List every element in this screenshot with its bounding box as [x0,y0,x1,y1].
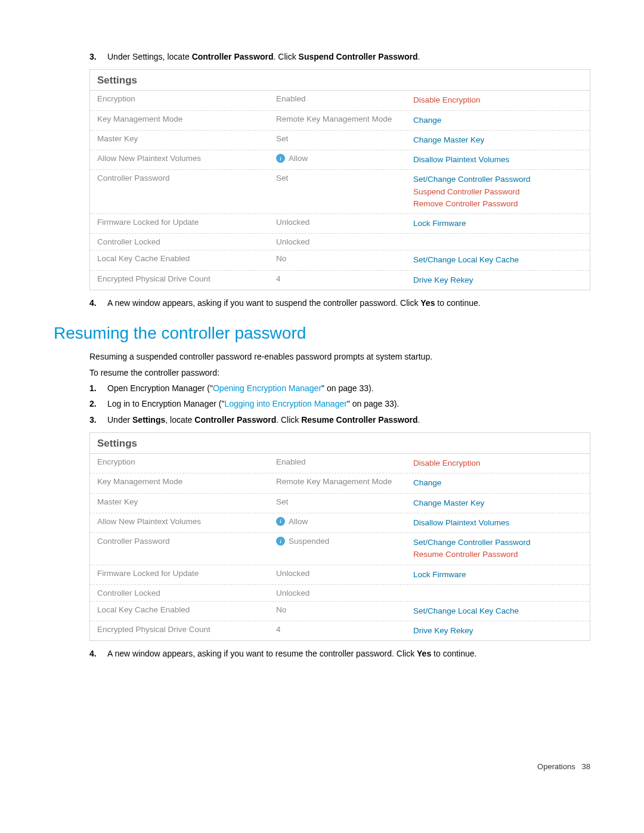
footer-section: Operations [537,762,575,771]
table-row: Allow New Plaintext VolumesiAllowDisallo… [90,513,590,533]
action-link[interactable]: Set/Change Local Key Cache [413,254,583,266]
setting-actions [406,585,590,592]
action-link[interactable]: Suspend Controller Password [413,186,583,198]
setting-actions: Change [406,473,590,493]
table-row: Firmware Locked for UpdateUnlockedLock F… [90,214,590,234]
setting-actions: Lock Firmware [406,214,590,233]
setting-value: Enabled [269,454,406,470]
setting-label: Key Management Mode [90,111,269,127]
action-link[interactable]: Disable Encryption [413,457,583,469]
setting-actions [406,234,590,241]
table-row: Firmware Locked for UpdateUnlockedLock F… [90,565,590,585]
step-b4: 4. A new window appears, asking if you w… [89,647,590,660]
table-row: Encrypted Physical Drive Count4Drive Key… [90,621,590,640]
action-link[interactable]: Disable Encryption [413,94,583,106]
table-row: Controller PasswordSetSet/Change Control… [90,170,590,214]
action-link[interactable]: Drive Key Rekey [413,274,583,286]
setting-value: Set [269,170,406,186]
step-text: Log in to Encryption Manager ("Logging i… [107,397,590,410]
step-text: A new window appears, asking if you want… [107,296,590,309]
action-link[interactable]: Lock Firmware [413,218,583,230]
step-text: Open Encryption Manager ("Opening Encryp… [107,382,590,395]
setting-actions: Lock Firmware [406,565,590,584]
action-link[interactable]: Change Master Key [413,497,583,509]
step-3-top: 3. Under Settings, locate Controller Pas… [89,50,590,63]
action-link[interactable]: Change [413,477,583,489]
action-link[interactable]: Change [413,114,583,126]
setting-actions: Change Master Key [406,494,590,513]
panel-rows: EncryptionEnabledDisable EncryptionKey M… [90,454,590,640]
step-number: 3. [89,413,107,426]
setting-label: Allow New Plaintext Volumes [90,513,269,529]
panel-rows: EncryptionEnabledDisable EncryptionKey M… [90,91,590,290]
setting-actions: Set/Change Local Key Cache [406,602,590,621]
setting-label: Encryption [90,454,269,470]
step-b2: 2. Log in to Encryption Manager ("Loggin… [89,397,590,410]
setting-actions: Set/Change Controller PasswordResume Con… [406,533,590,565]
setting-actions: Change [406,111,590,130]
action-link[interactable]: Drive Key Rekey [413,625,583,637]
action-link[interactable]: Disallow Plaintext Volumes [413,517,583,529]
setting-label: Controller Locked [90,234,269,250]
setting-value: Set [269,494,406,510]
setting-label: Allow New Plaintext Volumes [90,150,269,166]
table-row: EncryptionEnabledDisable Encryption [90,91,590,110]
table-row: Local Key Cache EnabledNoSet/Change Loca… [90,250,590,270]
section-heading: Resuming the controller password [54,324,590,343]
setting-value: 4 [269,271,406,287]
setting-label: Master Key [90,494,269,510]
table-row: Master KeySetChange Master Key [90,131,590,150]
setting-actions: Drive Key Rekey [406,271,590,290]
setting-label: Controller Password [90,170,269,186]
footer-page-number: 38 [582,762,590,771]
table-row: Controller LockedUnlocked [90,585,590,602]
info-icon[interactable]: i [276,517,285,526]
setting-label: Controller Locked [90,585,269,601]
setting-actions: Set/Change Controller PasswordSuspend Co… [406,170,590,213]
link-logging-into-encryption-manager[interactable]: Logging into Encryption Manager [224,399,346,408]
paragraph: Resuming a suspended controller password… [89,350,590,363]
action-link[interactable]: Lock Firmware [413,569,583,581]
info-icon[interactable]: i [276,154,285,163]
action-link[interactable]: Set/Change Local Key Cache [413,605,583,617]
setting-label: Local Key Cache Enabled [90,250,269,267]
step-number: 4. [89,647,107,660]
setting-actions: Disable Encryption [406,91,590,110]
setting-label: Encrypted Physical Drive Count [90,621,269,637]
setting-label: Key Management Mode [90,473,269,490]
table-row: Controller PasswordiSuspendedSet/Change … [90,533,590,565]
setting-value: Unlocked [269,565,406,581]
setting-label: Encrypted Physical Drive Count [90,271,269,287]
action-link[interactable]: Set/Change Controller Password [413,174,583,185]
settings-panel-2: Settings EncryptionEnabledDisable Encryp… [89,432,590,641]
action-link[interactable]: Disallow Plaintext Volumes [413,154,583,166]
info-icon[interactable]: i [276,537,285,546]
setting-value: Set [269,131,406,147]
setting-value: No [269,602,406,618]
action-link[interactable]: Set/Change Controller Password [413,537,583,549]
setting-actions: Set/Change Local Key Cache [406,250,590,270]
setting-actions: Drive Key Rekey [406,621,590,640]
setting-value: iSuspended [269,533,406,549]
setting-actions: Disallow Plaintext Volumes [406,513,590,532]
settings-panel-1: Settings EncryptionEnabledDisable Encryp… [89,69,590,290]
setting-value: Unlocked [269,214,406,230]
action-link[interactable]: Remove Controller Password [413,198,583,210]
setting-label: Encryption [90,91,269,107]
action-link[interactable]: Change Master Key [413,134,583,146]
setting-value: Unlocked [269,585,406,601]
step-text: Under Settings, locate Controller Passwo… [107,413,590,426]
step-text: Under Settings, locate Controller Passwo… [107,50,590,63]
setting-actions: Disallow Plaintext Volumes [406,150,590,169]
table-row: Controller LockedUnlocked [90,234,590,250]
setting-label: Master Key [90,131,269,147]
setting-label: Firmware Locked for Update [90,214,269,230]
paragraph: To resume the controller password: [89,366,590,379]
panel-title: Settings [90,433,590,454]
table-row: Local Key Cache EnabledNoSet/Change Loca… [90,602,590,621]
setting-label: Firmware Locked for Update [90,565,269,581]
link-opening-encryption-manager[interactable]: Opening Encryption Manager [213,383,321,393]
setting-value: iAllow [269,513,406,529]
setting-value: iAllow [269,150,406,166]
action-link[interactable]: Resume Controller Password [413,549,583,561]
